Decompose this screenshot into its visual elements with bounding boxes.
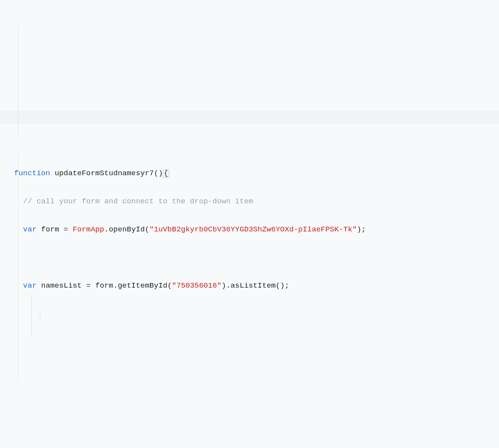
code-line[interactable]	[14, 391, 499, 405]
code-block: function updateFormStudnamesyr7(){ // ca…	[14, 152, 499, 448]
code-line[interactable]	[14, 335, 499, 349]
code-editor[interactable]: function updateFormStudnamesyr7(){ // ca…	[0, 0, 499, 448]
code-line[interactable]	[14, 307, 499, 321]
current-line-highlight	[0, 110, 499, 124]
code-line[interactable]: function updateFormStudnamesyr7(){	[14, 166, 499, 180]
code-line[interactable]	[14, 419, 499, 433]
code-line[interactable]: var namesList = form.getItemById("750356…	[14, 279, 499, 293]
code-line[interactable]	[14, 363, 499, 377]
code-line[interactable]: // call your form and connect to the dro…	[14, 194, 499, 208]
code-line[interactable]: var form = FormApp.openById("1uVbB2gkyrb…	[14, 222, 499, 236]
indent-guide	[18, 26, 18, 140]
code-line[interactable]	[14, 251, 499, 265]
